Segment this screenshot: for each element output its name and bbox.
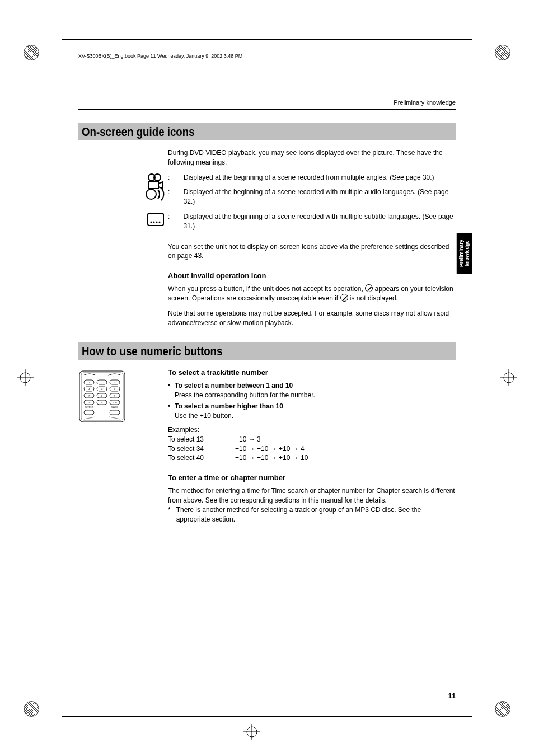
svg-point-15	[153, 221, 155, 223]
example-label: To select 34	[168, 444, 235, 454]
invalid-p1c: is not displayed.	[350, 294, 398, 302]
no-accept-icon	[365, 284, 373, 292]
list-item: To select a number between 1 and 10 Pres…	[168, 381, 456, 400]
bullet1-head: To select a number between 1 and 10	[175, 382, 293, 389]
subtitle-desc: Displayed at the beginning of a scene re…	[183, 212, 456, 231]
bullet1-body: Press the corresponding button for the n…	[175, 391, 315, 399]
svg-text:+10: +10	[113, 401, 118, 404]
section-title-1: On-screen guide icons	[82, 125, 397, 139]
star-note: * There is another method for selecting …	[168, 505, 456, 524]
invalid-p2: Note that some operations may not be acc…	[168, 309, 456, 328]
example-label: To select 40	[168, 453, 235, 463]
section1-body: During DVD VIDEO playback, you may see i…	[168, 148, 456, 328]
crop-ball-bl	[24, 701, 39, 717]
crop-ball-tl	[24, 45, 39, 60]
invalid-p1a: When you press a button, if the unit doe…	[168, 285, 365, 293]
colon: :	[168, 212, 175, 231]
section-header-2: How to use numeric buttons	[78, 342, 456, 360]
section2-body: To select a track/title number To select…	[168, 368, 456, 524]
svg-text:CANCEL: CANCEL	[111, 406, 119, 408]
page-number: 11	[448, 692, 456, 700]
bullet2-head: To select a number higher than 10	[175, 402, 283, 410]
audio-desc: Displayed at the beginning of a scene re…	[184, 187, 456, 206]
registration-mark-bottom	[243, 724, 260, 740]
registration-mark-right	[500, 369, 517, 386]
registration-mark-left	[17, 369, 34, 386]
chapter-label: Preliminary knowledge	[78, 99, 456, 106]
angle-desc: Displayed at the beginning of a scene re…	[184, 173, 434, 182]
crop-ball-br	[495, 701, 510, 717]
page-content: XV-S300BK(B)_Eng.book Page 11 Wednesday,…	[78, 53, 456, 700]
svg-point-17	[159, 221, 161, 223]
sub2-body: The method for entering a time for Time …	[168, 486, 456, 505]
audio-icon	[146, 187, 166, 204]
examples-block: Examples: To select 13+10 → 3 To select …	[168, 425, 456, 463]
no-accept-icon	[340, 294, 348, 302]
example-seq: +10 → 3	[235, 435, 261, 444]
svg-point-12	[146, 189, 156, 199]
svg-rect-33	[110, 410, 120, 415]
example-seq: +10 → +10 → +10 → 4	[235, 444, 305, 454]
examples-label: Examples:	[168, 425, 456, 435]
sub2-heading: To enter a time or chapter number	[168, 473, 456, 483]
section1-intro: During DVD VIDEO playback, you may see i…	[168, 148, 456, 167]
svg-text:TV/VIDEO: TV/VIDEO	[85, 406, 93, 408]
divider-top	[78, 109, 456, 110]
section1-after-icons: You can set the unit not to display on-s…	[168, 242, 456, 261]
star-note-text: There is another method for selecting a …	[176, 505, 456, 524]
svg-point-14	[151, 221, 152, 223]
crop-ball-tr	[495, 45, 510, 60]
side-tab: Preliminary knowledge	[457, 233, 472, 274]
svg-text:10: 10	[88, 401, 91, 404]
svg-rect-13	[148, 213, 163, 226]
book-header: XV-S300BK(B)_Eng.book Page 11 Wednesday,…	[78, 53, 456, 59]
colon: :	[168, 187, 176, 206]
example-label: To select 13	[168, 435, 235, 444]
example-seq: +10 → +10 → +10 → 10	[235, 453, 308, 463]
sub1-heading: To select a track/title number	[168, 368, 456, 378]
invalid-heading: About invalid operation icon	[168, 271, 456, 281]
subtitle-icon	[146, 212, 166, 229]
bullet2-body: Use the +10 button.	[175, 412, 233, 420]
svg-rect-32	[84, 410, 94, 415]
svg-point-16	[156, 221, 158, 223]
remote-illustration: 123 45 ‹6 789 100+10 TV/VIDEOCANCEL	[78, 370, 126, 423]
colon: :	[168, 173, 176, 182]
asterisk: *	[168, 505, 176, 524]
side-tab-line2: knowledge	[464, 240, 470, 266]
section-title-2: How to use numeric buttons	[82, 344, 397, 359]
section-header-1: On-screen guide icons	[78, 123, 456, 140]
invalid-p1: When you press a button, if the unit doe…	[168, 284, 456, 303]
svg-text:5 ‹: 5 ‹	[101, 388, 104, 391]
side-tab-line1: Preliminary	[458, 240, 464, 267]
list-item: To select a number higher than 10 Use th…	[168, 402, 456, 421]
